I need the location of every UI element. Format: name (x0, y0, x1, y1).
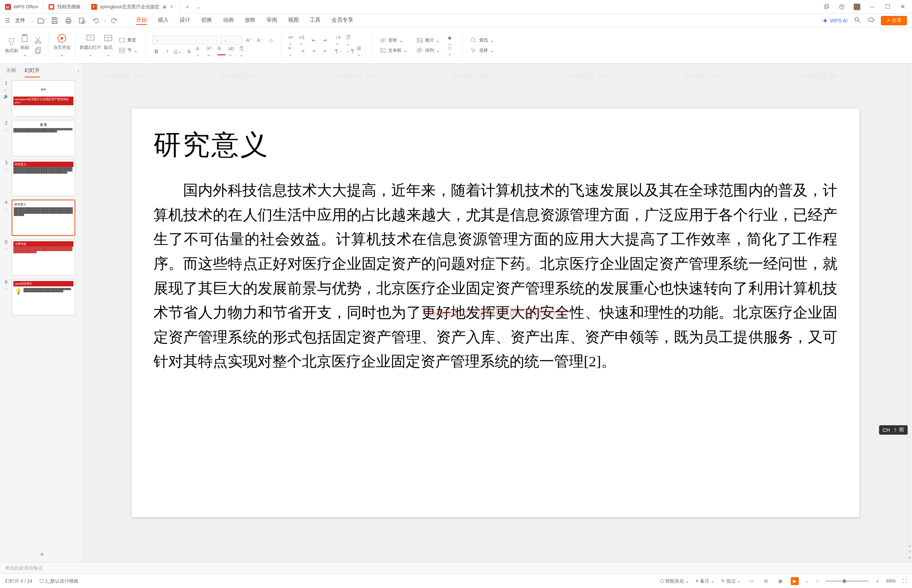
star-icon[interactable]: ☆ (4, 287, 8, 291)
star-icon[interactable]: ☆ (4, 247, 8, 252)
thumbnail-6[interactable]: Java语言简介💡███████████████████████████████… (11, 279, 75, 315)
slides-tab[interactable]: 幻灯片 (24, 67, 40, 78)
zoom-out-icon[interactable]: − (816, 578, 819, 584)
print-preview-icon[interactable] (78, 17, 86, 24)
add-slide-button[interactable]: ＋ (0, 546, 84, 562)
align-justify-icon[interactable]: ≡ (321, 47, 329, 55)
tab-review[interactable]: 审阅 (266, 16, 277, 25)
textbox-button[interactable]: A文本框 ⌄ (378, 47, 408, 55)
thumbnail-list[interactable]: 1☆🔊 📚🎈springboot北京医疗企业固定资产管理系统 PPT 2☆ 摘 … (0, 78, 84, 546)
open-icon[interactable] (37, 17, 45, 24)
close-window-icon[interactable]: ✕ (898, 3, 907, 11)
arrange-button[interactable]: 排列 ⌄ (415, 47, 441, 55)
strikethrough-icon[interactable]: S̶ (185, 47, 193, 55)
scroll-up-icon[interactable]: ▲ (908, 544, 912, 548)
tab-dropdown[interactable]: ⌄ (195, 3, 202, 10)
tab-tools[interactable]: 工具 (310, 16, 321, 25)
hamburger-icon[interactable]: ☰ (5, 17, 10, 24)
text-effect-icon[interactable]: 爻 ⌄ (239, 47, 247, 55)
thumbnail-3[interactable]: 研究意义████████████████████████████████████… (11, 160, 75, 196)
normal-view-icon[interactable]: ▭ (747, 577, 755, 585)
share-button[interactable]: ➚ 分享 (881, 16, 907, 25)
columns-icon[interactable]: ⊞ ⌄ (357, 47, 365, 55)
notes-toggle[interactable]: ≡ 备注 ⌄ (696, 578, 714, 585)
copy-window-icon[interactable] (822, 3, 831, 11)
slide[interactable]: 研究意义 国内外科技信息技术大大提高，近年来，随着计算机技术的飞速发展以及其在全… (132, 108, 859, 517)
picture-button[interactable]: 图片 ⌄ (415, 37, 441, 44)
beautify-button[interactable]: ⬡ 智能美化 ⌄ (660, 578, 689, 585)
superscript-icon[interactable]: X² ⌄ (207, 47, 215, 55)
thumbnail-1[interactable]: 📚🎈springboot北京医疗企业固定资产管理系统 PPT (11, 80, 75, 116)
tab-document[interactable]: P springboot北京医疗企业固定 ◉ ✕ (86, 0, 180, 14)
zoom-slider[interactable] (825, 580, 868, 582)
print-icon[interactable] (65, 17, 72, 24)
search-icon[interactable] (854, 17, 860, 24)
font-color-icon[interactable]: A ⌄ (217, 47, 225, 55)
font-increase-icon[interactable]: A⁺ (245, 36, 253, 44)
thumbnail-4[interactable]: 研究意义████████████████████████████████████… (11, 200, 75, 236)
star-icon[interactable]: ☆ (3, 88, 9, 92)
chevron-down-icon[interactable]: ⌄ (31, 18, 33, 23)
cut-icon[interactable] (34, 37, 42, 44)
text-direction-icon[interactable]: 文 ⌄ (346, 36, 354, 44)
avatar-icon[interactable] (853, 3, 861, 11)
slideshow-dropdown[interactable]: ⌄ (805, 578, 809, 584)
play-from-current-button[interactable]: 当页开始 ⌄ (53, 34, 71, 57)
reading-view-icon[interactable]: ▣ (776, 577, 784, 585)
format-brush-button[interactable]: 格式刷 (5, 37, 18, 54)
align-right-icon[interactable]: ≡ (310, 47, 318, 55)
layout-button[interactable]: 版式 ⌄ (104, 34, 113, 57)
highlight-icon[interactable]: A ⌄ (196, 47, 204, 55)
numbering-icon[interactable]: ≡1 ⌄ (299, 36, 307, 44)
right-scrollbar[interactable]: ▲ ≡ ▼ (907, 64, 912, 562)
align-center-icon[interactable]: ≡ (299, 47, 307, 55)
wps-ai-button[interactable]: WPS AI (822, 18, 847, 24)
minimize-icon[interactable]: ─ (868, 3, 876, 11)
tab-animation[interactable]: 动画 (223, 16, 234, 25)
outline-color-icon[interactable]: ◇ ⌄ (448, 47, 456, 55)
design-template[interactable]: ☐ 1_默认设计模板 (39, 578, 79, 585)
copy-icon[interactable] (34, 47, 42, 55)
scroll-down-icon[interactable]: ▼ (908, 556, 912, 560)
tab-wps-office[interactable]: WPS Office (0, 0, 44, 14)
tab-insert[interactable]: 插入 (158, 16, 168, 25)
slide-title[interactable]: 研究意义 (154, 126, 837, 164)
find-button[interactable]: 查找 ⌄ (469, 37, 495, 44)
file-menu[interactable]: 文件 (11, 16, 29, 25)
paste-button[interactable]: 粘贴 ⌄ (20, 34, 30, 57)
collapse-panel-icon[interactable]: ‹ (78, 67, 79, 73)
sorter-view-icon[interactable]: ⊞ (762, 577, 770, 585)
line-spacing-icon[interactable]: ↕≡ ⌄ (335, 36, 343, 44)
ltr-icon[interactable]: ←¶ (346, 47, 354, 55)
italic-icon[interactable]: I (163, 47, 171, 55)
align-left-icon[interactable]: ≡ ⌄ (288, 47, 296, 55)
star-icon[interactable]: ☆ (4, 207, 8, 212)
undo-dropdown[interactable]: ⌄ (104, 18, 106, 23)
slideshow-view-icon[interactable]: ▶ (791, 577, 799, 585)
notes-bar[interactable]: 单击此处添加备注 (0, 562, 912, 573)
cube-icon[interactable] (837, 3, 846, 11)
thumbnail-2[interactable]: 摘 要█████████████████████████████████████… (11, 120, 75, 156)
tab-member[interactable]: 会员专享 (332, 16, 353, 25)
tab-start[interactable]: 开始 (136, 16, 147, 25)
outline-tab[interactable]: 大纲 (6, 67, 16, 78)
slide-counter[interactable]: 幻灯片 4 / 14 (5, 578, 32, 585)
select-button[interactable]: 选择 ⌄ (469, 47, 495, 55)
ime-indicator[interactable]: CH ☽ 简 (879, 425, 908, 435)
indent-decrease-icon[interactable]: ⇤ (310, 36, 318, 44)
redo-icon[interactable] (110, 17, 118, 24)
new-tab-button[interactable]: ＋ (180, 0, 195, 14)
audio-icon[interactable]: 🔊 (3, 94, 9, 99)
close-icon[interactable]: ✕ (169, 4, 175, 10)
tab-view[interactable]: 视图 (288, 16, 299, 25)
clear-format-icon[interactable]: ◇ (267, 36, 275, 44)
comments-toggle[interactable]: ✎ 批注 ⌄ (721, 578, 741, 585)
zoom-in-icon[interactable]: ＋ (875, 578, 880, 585)
font-name-select[interactable]: ⌄ (152, 36, 217, 44)
bullets-icon[interactable]: ≡• ⌄ (288, 36, 296, 44)
undo-icon[interactable] (92, 17, 100, 24)
font-size-select[interactable]: ⌄ (220, 36, 242, 44)
cloud-icon[interactable] (867, 16, 874, 24)
save-icon[interactable] (51, 17, 58, 24)
tab-slideshow[interactable]: 放映 (245, 16, 256, 25)
